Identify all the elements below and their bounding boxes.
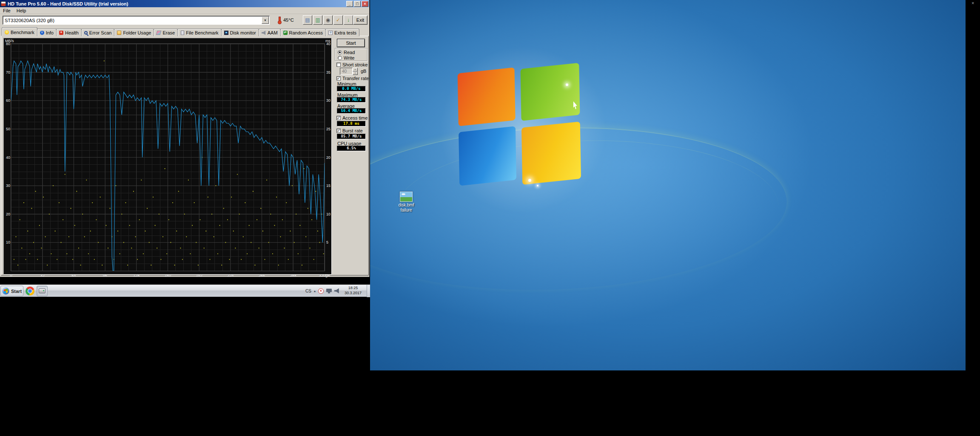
tab-file-benchmark[interactable]: File Benchmark	[177, 29, 221, 36]
y-tick-right: 10	[326, 212, 333, 216]
drive-select-value: ST3320620AS (320 gB)	[3, 18, 262, 23]
tab-extra-tests[interactable]: Extra tests	[325, 29, 359, 36]
x-tick: 224	[223, 273, 238, 278]
copy-button[interactable]: ▤	[303, 15, 312, 25]
show-desktop-button[interactable]	[367, 285, 370, 297]
copy-image-icon: ▥	[315, 17, 320, 23]
hdtune-window: HD Tune Pro 5.60 - Hard Disk/SSD Utility…	[0, 0, 370, 277]
bulb-icon	[5, 30, 9, 34]
x-tick: 128	[129, 273, 144, 278]
tab-erase[interactable]: Erase	[154, 29, 178, 36]
tab-aam[interactable]: AAM	[259, 29, 281, 36]
radio-icon	[338, 56, 342, 60]
y-tick-right: 35	[326, 70, 333, 75]
app-icon	[1, 1, 6, 6]
file-icon	[181, 31, 184, 35]
scan-icon	[84, 31, 88, 34]
start-button-taskbar[interactable]: Start	[0, 286, 23, 296]
y-tick-left: 60	[4, 98, 10, 103]
y-tick-left: 80	[4, 42, 10, 46]
transfer-rate-label: Transfer rate	[342, 76, 369, 81]
chevron-down-icon[interactable]: ▼	[262, 17, 269, 24]
clock[interactable]: 18:25 30.3.2017	[342, 286, 364, 295]
screenshot-button[interactable]: ◉	[323, 15, 333, 25]
y-tick-left: 20	[4, 212, 10, 216]
checkbox-checked-icon: ✓	[336, 76, 341, 80]
y-tick-left: 50	[4, 127, 10, 131]
tab-benchmark[interactable]: Benchmark	[2, 27, 37, 36]
tab-label: File Benchmark	[186, 30, 218, 35]
spin-down-icon[interactable]: ▼	[353, 72, 358, 75]
hdtune-taskbar-button[interactable]	[37, 286, 48, 296]
speaker-icon	[262, 31, 266, 35]
temperature-value: 45°C	[283, 17, 294, 23]
drive-select[interactable]: ST3320620AS (320 gB) ▼	[3, 16, 270, 25]
access-time-checkbox[interactable]: ✓ Access time	[336, 115, 368, 120]
tab-disk-monitor[interactable]: Disk monitor	[221, 29, 259, 36]
exit-button[interactable]: Exit	[353, 15, 368, 25]
short-stroke-label: Short stroke	[342, 62, 368, 67]
x-tick: 288	[286, 273, 300, 278]
windows-logo-pane-blue	[459, 126, 516, 186]
tab-bar: BenchmarkInfoHealthError ScanFolder Usag…	[2, 27, 359, 36]
health-icon	[59, 31, 63, 35]
info-icon	[40, 31, 44, 35]
start-button[interactable]: Start	[337, 39, 365, 47]
tab-label: Health	[65, 30, 79, 35]
checkbox-icon	[336, 63, 341, 67]
erase-icon	[156, 31, 162, 35]
tab-health[interactable]: Health	[56, 29, 82, 36]
maximize-button[interactable]: □	[354, 1, 361, 7]
write-radio[interactable]: Write	[338, 55, 354, 60]
monitor-icon	[224, 31, 228, 35]
title-bar[interactable]: HD Tune Pro 5.60 - Hard Disk/SSD Utility…	[0, 0, 369, 7]
tab-folder-usage[interactable]: Folder Usage	[114, 29, 154, 36]
copy-image-button[interactable]: ▥	[313, 15, 322, 25]
desktop-icon-disk-bmf[interactable]: disk.bmf failure	[395, 192, 418, 212]
tab-label: Erase	[162, 30, 175, 35]
tab-random-access[interactable]: Random Access	[280, 29, 326, 36]
system-tray: CS ▴ × 18:25 30.3.2017	[305, 285, 370, 297]
tab-error-scan[interactable]: Error Scan	[81, 29, 115, 36]
short-stroke-size-input[interactable]: 40	[340, 68, 353, 75]
network-icon[interactable]	[326, 289, 332, 293]
menu-file[interactable]: File	[0, 8, 14, 14]
burst-rate-value: 85.7 MB/s	[337, 134, 366, 139]
transfer-rate-checkbox[interactable]: ✓ Transfer rate	[336, 76, 369, 81]
copy-icon: ▤	[305, 17, 310, 23]
windows-logo-pane-green	[521, 63, 580, 121]
maximum-value: 74.3 MB/s	[337, 97, 366, 103]
clock-time: 18:25	[342, 286, 364, 291]
y-tick-left: 40	[4, 155, 10, 160]
chrome-icon[interactable]	[26, 287, 34, 295]
access-time-value: 17.8 ms	[337, 121, 366, 126]
short-stroke-spinner[interactable]: ▲ ▼	[353, 68, 358, 75]
action-center-alert-icon[interactable]: ×	[318, 288, 324, 294]
cpu-usage-value: 6.5%	[337, 146, 366, 151]
toolbar: ST3320620AS (320 gB) ▼ 45°C ▤▥◉✓↓ Exit	[0, 14, 369, 26]
screenshot-icon: ◉	[326, 17, 330, 23]
close-button[interactable]: ×	[362, 1, 368, 7]
tab-info[interactable]: Info	[37, 29, 57, 36]
hidden-icons-chevron[interactable]: ▴	[314, 289, 316, 293]
short-stroke-checkbox[interactable]: Short stroke	[336, 62, 368, 67]
menu-help[interactable]: Help	[14, 8, 29, 14]
overlay-close-icon[interactable]: ×	[971, 0, 974, 6]
toolbar-buttons: ▤▥◉✓↓	[303, 15, 353, 25]
write-label: Write	[344, 55, 354, 60]
folder-icon	[117, 31, 121, 35]
tab-label: Random Access	[289, 30, 323, 35]
language-indicator[interactable]: CS	[305, 289, 311, 293]
sparkle-icon	[528, 179, 531, 182]
burst-rate-checkbox[interactable]: ✓ Burst rate	[336, 128, 363, 133]
minimize-button[interactable]: _	[346, 1, 353, 7]
spin-up-icon[interactable]: ▲	[353, 68, 358, 72]
volume-icon[interactable]	[334, 288, 339, 293]
read-radio[interactable]: Read	[338, 50, 355, 55]
windows-orb-icon	[2, 287, 9, 295]
y-tick-left: 30	[4, 184, 10, 188]
taskbar: Start CS ▴ × 18:25 30.3.2017	[0, 284, 370, 297]
save-button[interactable]: ↓	[344, 15, 353, 25]
annotate-button[interactable]: ✓	[333, 15, 343, 25]
burst-rate-label: Burst rate	[342, 128, 363, 133]
